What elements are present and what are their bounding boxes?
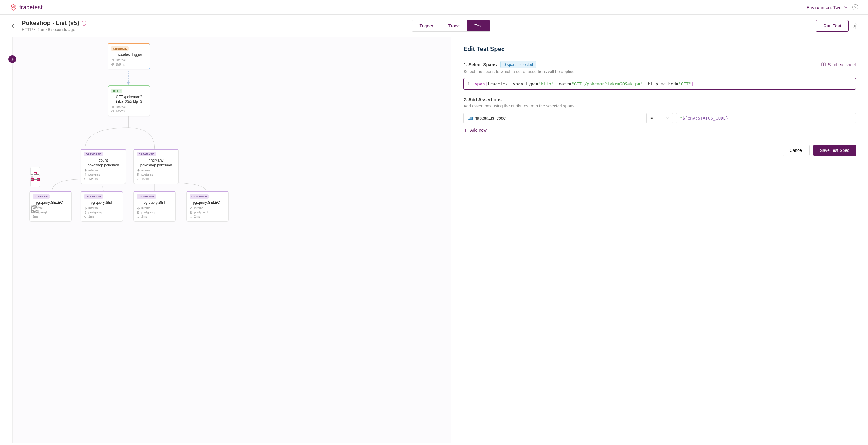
gear-icon: ⚙: [111, 106, 114, 109]
clock-icon: ⏱: [84, 215, 87, 218]
view-list-button[interactable]: [30, 178, 40, 187]
tab-test[interactable]: Test: [467, 20, 490, 31]
svg-marker-2: [127, 83, 130, 85]
plus-icon: [463, 128, 467, 132]
gear-icon: ⚙: [84, 206, 87, 210]
assertion-operator-select[interactable]: =: [646, 113, 673, 124]
node-name: Tracetest trigger: [111, 53, 147, 57]
node-time: 135ms: [116, 109, 125, 113]
layout-button[interactable]: [30, 220, 39, 229]
info-icon[interactable]: i: [82, 21, 86, 26]
help-icon[interactable]: ?: [852, 4, 858, 10]
span-node-database[interactable]: DATABASE findMany pokeshop.pokemon ⚙inte…: [133, 149, 179, 184]
node-db: postgres: [141, 173, 153, 176]
run-test-button[interactable]: Run Test: [816, 20, 849, 32]
node-internal: internal: [89, 206, 98, 210]
clock-icon: ⏱: [111, 63, 114, 66]
tab-trace[interactable]: Trace: [441, 20, 467, 31]
logo-icon: [10, 4, 17, 11]
node-time: 1ms: [89, 215, 94, 218]
node-internal: internal: [116, 105, 126, 109]
node-internal: internal: [116, 59, 126, 62]
side-strip: [0, 37, 13, 443]
trace-canvas[interactable]: GENERAL Tracetest trigger ⚙internal ⏱159…: [13, 37, 451, 443]
span-node-database[interactable]: DATABASE pg.query:SET ⚙internal 🗄postgre…: [81, 191, 123, 222]
clock-icon: ⏱: [190, 215, 193, 218]
gear-icon[interactable]: [852, 23, 858, 29]
node-name: GET /pokemon?take=20&skip=0: [111, 95, 147, 104]
span-node-database[interactable]: DATABASE count pokeshop.pokemon ⚙interna…: [81, 149, 126, 184]
logo-text: tracetest: [19, 4, 42, 11]
node-time: 133ms: [89, 177, 98, 181]
section-desc: Select the spans to which a set of asser…: [463, 69, 856, 74]
db-icon: 🗄: [84, 173, 87, 176]
span-node-general[interactable]: GENERAL Tracetest trigger ⚙internal ⏱159…: [108, 43, 150, 69]
book-icon: [821, 63, 826, 67]
spans-selected-badge: 0 spans selected: [500, 61, 537, 68]
node-name: pg.query:SELECT: [190, 200, 225, 205]
view-tabs: Trigger Trace Test: [412, 20, 490, 32]
save-test-spec-button[interactable]: Save Test Spec: [813, 145, 856, 156]
section-add-assertions: 2. Add Assertions: [463, 97, 501, 102]
subtitle: HTTP • Ran 48 seconds ago: [22, 27, 86, 32]
sl-cheat-sheet-label: SL cheat sheet: [828, 62, 856, 67]
svg-rect-3: [34, 173, 36, 174]
attr-name: http.status_code: [475, 116, 506, 121]
expand-handle[interactable]: [8, 55, 16, 63]
node-badge: GENERAL: [111, 46, 129, 51]
panel-title: Edit Test Spec: [463, 45, 856, 53]
attr-prefix: attr:: [467, 116, 474, 121]
db-icon: 🗄: [137, 211, 140, 214]
assertion-attribute-field[interactable]: attr:http.status_code: [463, 113, 643, 124]
gear-icon: ⚙: [84, 169, 87, 172]
node-badge: DATABASE: [190, 194, 209, 199]
logo[interactable]: tracetest: [10, 4, 42, 11]
node-badge: DATABASE: [84, 194, 103, 199]
db-icon: 🗄: [137, 173, 140, 176]
node-db: postgresql: [194, 211, 208, 214]
node-internal: internal: [89, 169, 98, 172]
cancel-button[interactable]: Cancel: [782, 145, 810, 156]
node-badge: DATABASE: [137, 194, 156, 199]
node-badge: HTTP: [111, 89, 122, 93]
zoom-out-button[interactable]: [30, 200, 39, 208]
view-graph-button[interactable]: [30, 167, 40, 176]
node-time: 2ms: [141, 215, 147, 218]
node-time: 159ms: [116, 63, 125, 66]
line-number: 1: [467, 82, 470, 86]
gear-icon: ⚙: [137, 206, 140, 210]
svg-point-8: [31, 179, 33, 180]
span-node-database[interactable]: DATABASE pg.query:SELECT ⚙internal 🗄post…: [186, 191, 229, 222]
node-name: pg.query:SET: [84, 200, 120, 205]
sl-cheat-sheet-link[interactable]: SL cheat sheet: [821, 62, 856, 67]
fit-view-button[interactable]: [30, 210, 39, 219]
tab-trigger[interactable]: Trigger: [412, 20, 441, 31]
add-new-label: Add new: [470, 128, 486, 132]
chevron-down-icon: [844, 5, 847, 9]
span-node-database[interactable]: DATABASE pg.query:SET ⚙internal 🗄postgre…: [133, 191, 176, 222]
node-badge: DATABASE: [84, 152, 103, 156]
db-icon: 🗄: [84, 211, 87, 214]
assertion-value-field[interactable]: "${env:STATUS_CODE}": [676, 113, 856, 124]
node-db: postgres: [89, 173, 100, 176]
environment-selector[interactable]: Environment Two: [806, 5, 847, 10]
environment-label: Environment Two: [806, 5, 841, 10]
back-button[interactable]: [10, 22, 17, 30]
zoom-in-button[interactable]: [30, 190, 39, 198]
node-time: 134ms: [141, 177, 150, 181]
chevron-right-icon: [10, 57, 14, 61]
gear-icon: ⚙: [190, 206, 193, 210]
node-name: pg.query:SET: [137, 200, 173, 205]
span-node-http[interactable]: HTTP GET /pokemon?take=20&skip=0 ⚙intern…: [108, 86, 150, 116]
node-name: findMany pokeshop.pokemon: [137, 158, 176, 167]
clock-icon: ⏱: [84, 178, 87, 181]
node-db: postgresql: [141, 211, 155, 214]
section-desc: Add assertions using the attributes from…: [463, 103, 856, 108]
svg-point-0: [855, 25, 856, 27]
add-assertion-button[interactable]: Add new: [463, 128, 856, 132]
svg-point-7: [31, 176, 33, 178]
gear-icon: ⚙: [111, 59, 114, 62]
operator-value: =: [650, 116, 653, 121]
section-select-spans: 1. Select Spans: [463, 62, 497, 67]
span-selector-input[interactable]: 1 span[tracetest.span.type="http" name="…: [463, 78, 856, 90]
